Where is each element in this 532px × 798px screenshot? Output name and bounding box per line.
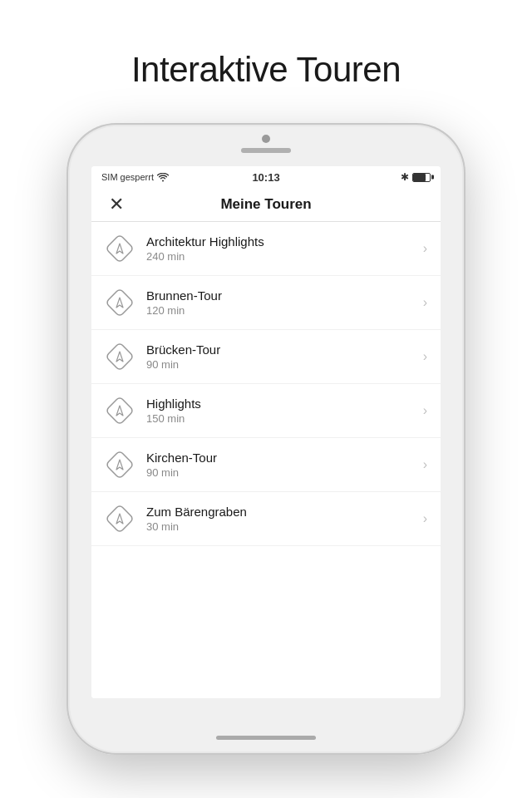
tour-name: Architektur Highlights bbox=[146, 234, 416, 249]
phone-screen: SIM gesperrt 10:13 ✱ ✕ bbox=[91, 166, 441, 698]
tour-list-item[interactable]: Kirchen-Tour 90 min › bbox=[91, 438, 441, 492]
close-icon: ✕ bbox=[109, 195, 124, 214]
tour-info: Highlights 150 min bbox=[146, 397, 416, 425]
tour-icon bbox=[105, 288, 135, 318]
status-left: SIM gesperrt bbox=[101, 172, 169, 182]
nav-bar: ✕ Meine Touren bbox=[91, 188, 441, 222]
phone-speaker bbox=[241, 148, 291, 153]
svg-rect-5 bbox=[106, 505, 133, 532]
tour-list: Architektur Highlights 240 min › Brunnen… bbox=[91, 222, 441, 698]
tour-list-item[interactable]: Brunnen-Tour 120 min › bbox=[91, 276, 441, 330]
wifi-icon bbox=[157, 173, 169, 182]
page-title: Interaktive Touren bbox=[131, 50, 401, 90]
tour-info: Brunnen-Tour 120 min bbox=[146, 288, 416, 317]
chevron-right-icon: › bbox=[423, 457, 427, 472]
phone-bottom bbox=[216, 698, 316, 755]
tour-duration: 240 min bbox=[146, 250, 416, 263]
status-right: ✱ bbox=[401, 171, 431, 183]
tour-list-item[interactable]: Highlights 150 min › bbox=[91, 384, 441, 438]
tour-list-item[interactable]: Architektur Highlights 240 min › bbox=[91, 222, 441, 276]
tour-info: Architektur Highlights 240 min bbox=[146, 234, 416, 263]
tour-list-item[interactable]: Brücken-Tour 90 min › bbox=[91, 330, 441, 384]
status-time: 10:13 bbox=[252, 171, 279, 184]
chevron-right-icon: › bbox=[423, 241, 427, 256]
tour-icon bbox=[105, 450, 135, 480]
tour-icon bbox=[105, 504, 135, 534]
svg-rect-2 bbox=[106, 343, 133, 370]
tour-duration: 90 min bbox=[146, 466, 416, 479]
tour-icon bbox=[105, 234, 135, 264]
front-camera bbox=[262, 135, 270, 143]
battery-icon bbox=[412, 173, 431, 182]
phone-top bbox=[66, 123, 466, 153]
svg-rect-4 bbox=[106, 451, 133, 478]
tour-info: Kirchen-Tour 90 min bbox=[146, 451, 416, 479]
chevron-right-icon: › bbox=[423, 403, 427, 418]
tour-icon bbox=[105, 342, 135, 372]
phone-mockup: SIM gesperrt 10:13 ✱ ✕ bbox=[66, 123, 466, 755]
close-button[interactable]: ✕ bbox=[105, 193, 128, 216]
chevron-right-icon: › bbox=[423, 295, 427, 310]
tour-info: Zum Bärengraben 30 min bbox=[146, 505, 416, 533]
tour-name: Highlights bbox=[146, 397, 416, 411]
chevron-right-icon: › bbox=[423, 349, 427, 364]
tour-name: Brücken-Tour bbox=[146, 342, 416, 357]
tour-name: Kirchen-Tour bbox=[146, 451, 416, 465]
tour-name: Zum Bärengraben bbox=[146, 505, 416, 519]
status-bar: SIM gesperrt 10:13 ✱ bbox=[91, 166, 441, 188]
chevron-right-icon: › bbox=[423, 511, 427, 526]
tour-duration: 150 min bbox=[146, 412, 416, 425]
tour-duration: 120 min bbox=[146, 304, 416, 317]
tour-duration: 90 min bbox=[146, 358, 416, 371]
bluetooth-icon: ✱ bbox=[401, 171, 409, 183]
svg-rect-3 bbox=[106, 397, 133, 424]
nav-title: Meine Touren bbox=[220, 196, 311, 213]
home-indicator bbox=[216, 736, 316, 740]
carrier-text: SIM gesperrt bbox=[101, 172, 154, 182]
svg-rect-0 bbox=[106, 235, 133, 262]
tour-info: Brücken-Tour 90 min bbox=[146, 342, 416, 371]
tour-name: Brunnen-Tour bbox=[146, 288, 416, 303]
tour-icon bbox=[105, 396, 135, 426]
tour-list-item[interactable]: Zum Bärengraben 30 min › bbox=[91, 492, 441, 546]
tour-duration: 30 min bbox=[146, 520, 416, 533]
svg-rect-1 bbox=[106, 289, 133, 316]
